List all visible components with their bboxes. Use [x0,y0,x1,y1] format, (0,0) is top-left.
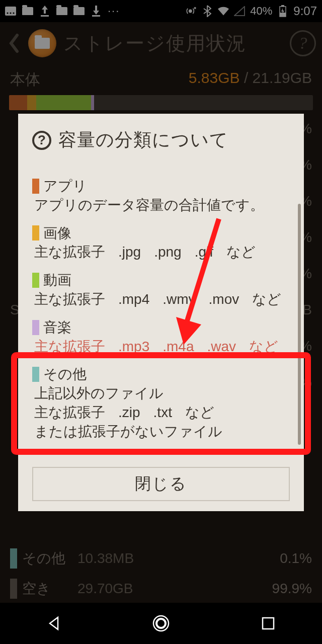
scrollbar[interactable] [298,204,301,445]
nav-recents-button[interactable] [253,608,283,638]
category-image: 画像 主な拡張子 .jpg .png .gif など [32,224,290,262]
question-icon: ? [32,131,51,150]
swatch-music [32,320,39,335]
swatch-app [32,179,39,194]
category-app: アプリ アプリのデータ容量の合計値です。 [32,177,290,215]
close-button[interactable]: 閉じる [32,467,290,501]
nav-home-button[interactable] [146,608,176,638]
dialog-title: 容量の分類について [58,128,228,152]
svg-rect-12 [263,618,274,629]
swatch-video [32,273,39,288]
category-video: 動画 主な拡張子 .mp4 .wmv .mov など [32,271,290,309]
category-help-dialog: ? 容量の分類について アプリ アプリのデータ容量の合計値です。 画像 主な拡張… [18,114,304,511]
swatch-image [32,225,39,240]
svg-point-11 [156,619,166,628]
nav-back-button[interactable] [39,608,69,638]
swatch-other-dialog [32,367,39,382]
dialog-body[interactable]: アプリ アプリのデータ容量の合計値です。 画像 主な拡張子 .jpg .png … [18,164,304,460]
category-other: その他 上記以外のファイル 主な拡張子 .zip .txt など または拡張子が… [32,365,290,441]
category-music: 音楽 主な拡張子 .mp3 .m4a .wav など [32,318,290,356]
navigation-bar [0,603,322,644]
